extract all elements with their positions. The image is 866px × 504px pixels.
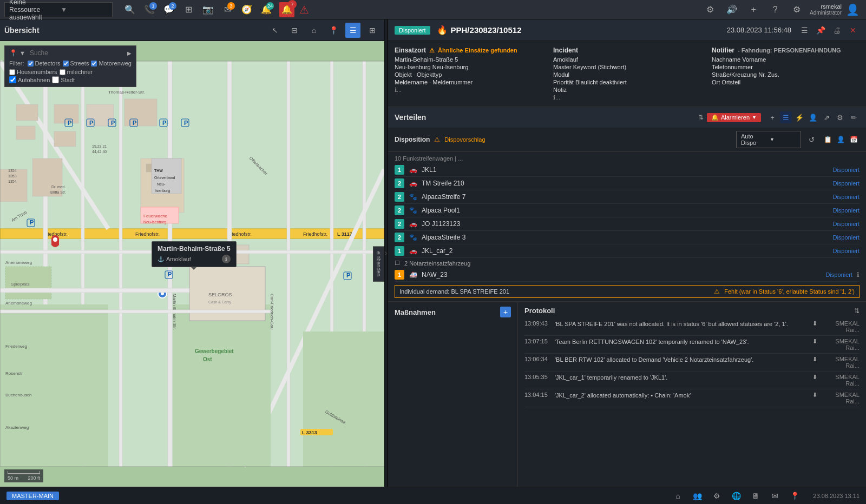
search-row: 📍 ▼ ▶	[9, 49, 132, 57]
tooltip-info-btn[interactable]: ℹ	[222, 255, 231, 263]
phone-icon-btn[interactable]: 📞 1	[141, 1, 158, 18]
filter-detectors[interactable]: Detectors	[28, 60, 61, 67]
res-status-jkl1[interactable]: Disponiert	[832, 167, 860, 173]
plus-icon-btn[interactable]: +	[745, 1, 762, 18]
bottom-msg2-icon-btn[interactable]: ✉	[767, 488, 783, 503]
res-status-jo[interactable]: Disponiert	[832, 221, 860, 227]
home-icon-btn[interactable]: ⌂	[306, 23, 322, 38]
settings2-icon-btn[interactable]: ⚙	[701, 1, 719, 18]
svg-text:1353: 1353	[8, 174, 17, 178]
log-icon-3: ⬇	[812, 356, 817, 369]
gear-icon-btn[interactable]: ⚙	[788, 1, 805, 18]
list3-icon-btn[interactable]: ☰	[780, 111, 792, 123]
massnahmen-add-button[interactable]: +	[500, 307, 511, 317]
list-icon-btn active[interactable]: ☰	[345, 23, 360, 38]
menu-icon-btn[interactable]: ☰	[798, 24, 811, 37]
svg-text:1354: 1354	[8, 180, 17, 183]
search-expand-icon[interactable]: ▶	[127, 50, 132, 56]
user-icon[interactable]: 👤	[846, 3, 860, 16]
dropdown-toggle[interactable]: ▼	[19, 50, 25, 56]
edit-icon-btn[interactable]: ✏	[848, 111, 860, 123]
camera-icon-btn[interactable]: 📷	[199, 1, 216, 18]
bottom-globe-icon-btn[interactable]: 🌐	[729, 488, 744, 503]
sort-icon[interactable]: ⇅	[698, 114, 704, 121]
gear2-icon-btn[interactable]: ⚙	[834, 111, 846, 123]
alarm-button[interactable]: 🔔 Alarmieren ▼	[707, 113, 761, 122]
pin2-icon-btn[interactable]: 📌	[814, 24, 827, 37]
filter-autobahnen[interactable]: Autobahnen	[9, 76, 50, 83]
close-icon-btn[interactable]: ✕	[847, 24, 860, 37]
embed-button[interactable]: einbenden	[373, 247, 384, 282]
add-icon-btn[interactable]: +	[766, 111, 778, 123]
alert2-icon-btn[interactable]: ⚠	[297, 2, 312, 17]
resource-select[interactable]: Keine Ressource ausgewählt ▼	[4, 2, 113, 17]
res-status-alpaca7[interactable]: Disponiert	[832, 194, 860, 200]
share-icon-btn[interactable]: ⇗	[821, 111, 832, 123]
filter-icon-btn[interactable]: ⊟	[287, 23, 302, 38]
bolt-icon-btn[interactable]: ⚡	[793, 111, 805, 123]
filter-stadt[interactable]: Stadt	[52, 76, 75, 83]
res-status-naw23[interactable]: Disponiert	[825, 271, 852, 278]
cal2-icon-btn[interactable]: 📅	[848, 134, 860, 145]
protokoll-section: Protokoll ⇅ 13:09:43 'BL SPA STREIFE 201…	[518, 302, 866, 487]
refresh-icon-btn[interactable]: ↺	[805, 134, 817, 145]
print-icon-btn[interactable]: 🖨	[830, 24, 843, 37]
svg-rect-21	[16, 104, 38, 121]
person2-icon-btn[interactable]: 👤	[835, 134, 847, 145]
calendar-icon-btn[interactable]: 📋	[822, 134, 834, 145]
map-area[interactable]: Friedhofstr. Friedhofstr. Friedhofstr. F…	[0, 41, 384, 487]
pin-icon-btn[interactable]: 📍	[326, 23, 341, 38]
grid-icon-btn[interactable]: ⊞	[180, 1, 197, 18]
res-name-alpaca3: AlpacaStreife 3	[422, 234, 828, 241]
filter-milechner[interactable]: milechner	[60, 69, 93, 75]
log-entry-2: 13:07:15 'Team Berlin RETTUNGSWAGEN 102'…	[524, 336, 860, 354]
person-icon-btn[interactable]: 👤	[807, 111, 819, 123]
protokoll-sort-icon[interactable]: ⇅	[854, 307, 860, 315]
auto-dispo-select[interactable]: Auto Dispo ▼	[736, 131, 801, 148]
bottom-settings-icon-btn[interactable]: ⚙	[709, 488, 724, 503]
search-icon-btn[interactable]: 🔍	[121, 1, 139, 18]
verteilen-header: Verteilen ⇅ 🔔 Alarmieren ▼ + ☰ ⚡ 👤 ⇗ ⚙	[388, 107, 866, 128]
res-status-tm[interactable]: Disponiert	[832, 180, 860, 187]
filter-row2: Housenumbers milechner	[9, 69, 132, 75]
res-status-alpaca3[interactable]: Disponiert	[832, 234, 860, 241]
notifier-title: Notifier - Fahndung: PERSONENFAHNDUNG	[712, 47, 860, 54]
svg-text:L 3313: L 3313	[302, 430, 317, 435]
filter-streets[interactable]: Streets	[63, 60, 89, 67]
bottom-screen-icon-btn[interactable]: 🖥	[748, 488, 763, 503]
filter-housenumbers[interactable]: Housenumbers	[9, 69, 57, 75]
protokoll-header: Protokoll ⇅	[524, 307, 860, 315]
filter-row3: Autobahnen Stadt	[9, 76, 132, 83]
filter-motorenweg[interactable]: Motorenweg	[91, 60, 132, 67]
grid2-icon-btn[interactable]: ⊞	[365, 23, 380, 38]
bottom-home-icon-btn[interactable]: ⌂	[670, 488, 685, 503]
alert-icon-btn[interactable]: 🔔 24	[258, 1, 275, 18]
user-profile[interactable]: rsmekal Administrator	[810, 3, 842, 16]
nav-icon-btn[interactable]: 🧭	[238, 1, 255, 18]
map-search-input[interactable]	[30, 49, 125, 57]
incident-section-title: Incident	[553, 47, 701, 54]
notification-btn[interactable]: 🔔 7	[279, 2, 294, 17]
log-user-2: SMEKAL Rai...	[822, 338, 860, 351]
bottom-map-icon-btn[interactable]: 📍	[787, 488, 802, 503]
res-info-naw23[interactable]: ℹ	[857, 271, 860, 278]
sms-icon-btn[interactable]: 💬 2	[160, 1, 178, 18]
log-entry-1: 13:09:43 'BL SPA STREIFE 201' was not al…	[524, 318, 860, 336]
warning-similar-icon: ⚠	[429, 47, 435, 54]
cursor-icon-btn[interactable]: ↖	[267, 23, 283, 38]
scale-200ft: 200 ft	[28, 475, 40, 481]
bottom-person-icon-btn[interactable]: 👥	[690, 488, 705, 503]
res-status-jklcar2[interactable]: Disponiert	[832, 248, 860, 254]
master-main-button[interactable]: MASTER-MAIN	[6, 492, 59, 500]
res-num-1b: 1	[395, 246, 404, 256]
volume-icon-btn[interactable]: 🔊	[723, 1, 740, 18]
msg-icon-btn[interactable]: ✉ 3	[219, 1, 236, 18]
priority-field: Priorität Blaulicht deaktiviert	[553, 79, 701, 85]
einsatzort-title: Einsatzort ⚠ Ähnliche Einsätze gefunden	[395, 47, 542, 54]
filter-label: Filter:	[9, 60, 24, 67]
res-status-alpacapool[interactable]: Disponiert	[832, 207, 860, 214]
help-icon-btn[interactable]: ?	[766, 1, 784, 18]
res-num-2d: 2	[395, 219, 404, 229]
res-name-alpaca7: AlpacaStreife 7	[422, 193, 828, 201]
log-icon-1: ⬇	[812, 320, 817, 333]
